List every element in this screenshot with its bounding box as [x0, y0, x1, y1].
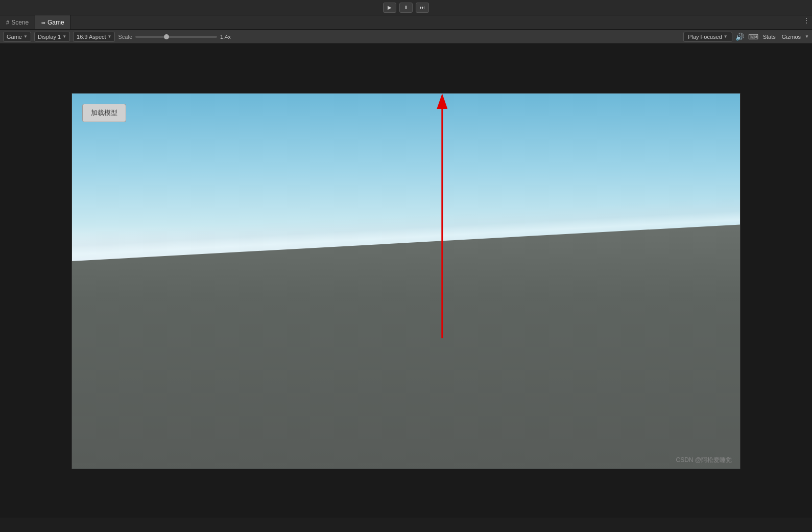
- play-focused-dropdown[interactable]: Play Focused ▼: [683, 32, 732, 42]
- right-controls: Play Focused ▼ 🔊 ⌨ Stats Gizmos ▼: [683, 32, 809, 42]
- viewport-container: 加载模型 CSDN @阿松爱睡觉: [0, 44, 812, 518]
- stats-button[interactable]: Stats: [761, 33, 778, 41]
- keyboard-icon[interactable]: ⌨: [748, 32, 759, 42]
- watermark: CSDN @阿松爱睡觉: [676, 456, 732, 465]
- options-bar: Game ▼ Display 1 ▼ 16:9 Aspect ▼ Scale 1…: [0, 30, 812, 44]
- play-focused-arrow: ▼: [724, 34, 728, 39]
- tab-more-button[interactable]: ⋮: [801, 15, 812, 29]
- audio-icon[interactable]: 🔊: [734, 32, 746, 42]
- game-dropdown[interactable]: Game ▼: [3, 32, 31, 42]
- aspect-dropdown-arrow: ▼: [108, 34, 112, 39]
- display-dropdown[interactable]: Display 1 ▼: [34, 32, 70, 42]
- aspect-dropdown[interactable]: 16:9 Aspect ▼: [73, 32, 115, 42]
- pause-button[interactable]: ⏸: [399, 3, 413, 13]
- tab-bar: # Scene ∞ Game ⋮: [0, 15, 812, 30]
- game-dropdown-arrow: ▼: [23, 34, 28, 39]
- display-dropdown-arrow: ▼: [62, 34, 66, 39]
- load-model-button[interactable]: 加载模型: [82, 104, 126, 122]
- tab-scene[interactable]: # Scene: [0, 15, 35, 29]
- game-viewport[interactable]: 加载模型 CSDN @阿松爱睡觉: [71, 93, 741, 469]
- play-focused-label: Play Focused: [688, 34, 722, 40]
- display-dropdown-label: Display 1: [38, 34, 61, 40]
- game-tab-label: Game: [47, 19, 64, 26]
- scale-slider[interactable]: [135, 36, 217, 38]
- scene-icon: #: [6, 19, 9, 26]
- game-dropdown-label: Game: [7, 34, 22, 40]
- scale-thumb[interactable]: [164, 34, 169, 39]
- gizmos-button[interactable]: Gizmos: [780, 33, 803, 41]
- play-button[interactable]: ▶: [383, 3, 396, 13]
- scale-container: Scale 1.4x: [118, 34, 680, 40]
- scene-tab-label: Scene: [11, 19, 29, 26]
- scale-value: 1.4x: [220, 34, 231, 40]
- viewport-wrapper: 加载模型 CSDN @阿松爱睡觉: [0, 44, 812, 518]
- terrain: [72, 224, 740, 468]
- gizmos-arrow[interactable]: ▼: [805, 34, 809, 39]
- top-toolbar: ▶ ⏸ ⏭: [0, 0, 812, 15]
- step-button[interactable]: ⏭: [416, 3, 429, 13]
- scale-label: Scale: [118, 34, 132, 40]
- game-icon: ∞: [41, 19, 45, 26]
- aspect-dropdown-label: 16:9 Aspect: [77, 34, 106, 40]
- tab-game[interactable]: ∞ Game: [35, 15, 71, 29]
